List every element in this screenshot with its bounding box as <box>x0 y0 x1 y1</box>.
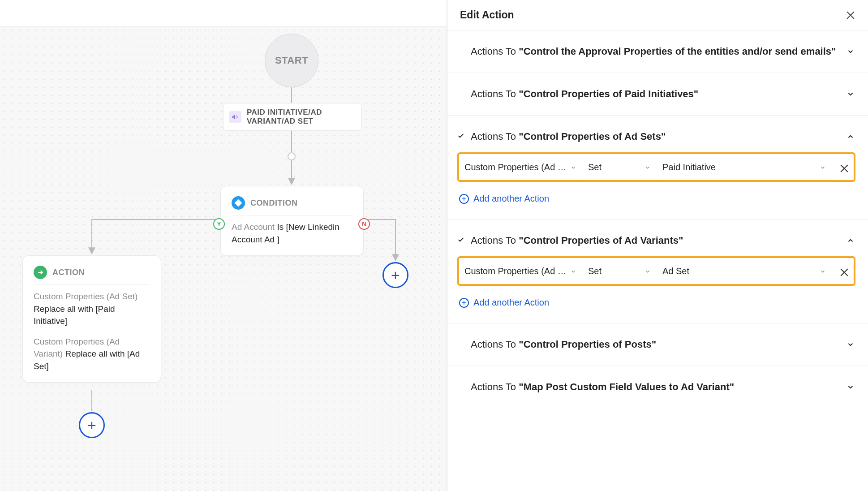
chevron-down-icon <box>643 267 653 276</box>
action-line1-field: Custom Properties (Ad Set) <box>34 292 138 301</box>
check-icon <box>457 236 466 245</box>
chevron-down-icon <box>846 382 855 392</box>
chevron-down-icon <box>846 89 855 99</box>
start-label: START <box>275 55 308 66</box>
chevron-down-icon <box>846 47 855 56</box>
value-select[interactable]: Paid Initiative <box>662 159 829 178</box>
section-paid-initiatives: Actions To "Control Properties of Paid I… <box>447 73 868 116</box>
action-header: ACTION <box>52 268 85 277</box>
chevron-down-icon <box>818 267 828 276</box>
action-node[interactable]: ACTION Custom Properties (Ad Set) Replac… <box>22 255 161 383</box>
section-header-posts[interactable]: Actions To "Control Properties of Posts" <box>449 339 855 350</box>
property-select[interactable]: Custom Properties (Ad … <box>464 159 580 178</box>
arrow-right-icon <box>34 266 47 279</box>
operation-select[interactable]: Set <box>587 159 654 178</box>
section-header-paid-initiatives[interactable]: Actions To "Control Properties of Paid I… <box>449 88 855 100</box>
section-header-ad-sets[interactable]: Actions To "Control Properties of Ad Set… <box>449 131 855 142</box>
chevron-down-icon <box>643 163 653 172</box>
panel-title: Edit Action <box>460 9 514 21</box>
condition-field: Ad Account <box>232 222 275 232</box>
value-select[interactable]: Ad Set <box>662 263 829 282</box>
check-icon <box>457 132 466 141</box>
edit-action-panel: Edit Action Actions To "Control the Appr… <box>447 0 868 491</box>
chevron-up-icon <box>846 236 855 246</box>
condition-node[interactable]: CONDITION Ad Account Is [New Linkedin Ac… <box>220 186 364 256</box>
condition-op: Is <box>277 222 284 232</box>
highlighted-row-ad-variants: Custom Properties (Ad … Set Ad Set <box>457 256 855 286</box>
section-ad-sets: Actions To "Control Properties of Ad Set… <box>447 116 868 220</box>
highlighted-row-ad-sets: Custom Properties (Ad … Set Paid Initiat… <box>457 152 855 182</box>
action-line1-value: Replace all with [Paid Initiative] <box>34 304 115 326</box>
section-header-approval[interactable]: Actions To "Control the Approval Propert… <box>449 46 855 57</box>
megaphone-icon <box>229 111 241 123</box>
trigger-label: PAID INITIATIVE/AD VARIANT/AD SET <box>247 108 345 126</box>
section-header-ad-variants[interactable]: Actions To "Control Properties of Ad Var… <box>449 235 855 246</box>
canvas-toolbar <box>0 0 447 27</box>
section-posts: Actions To "Control Properties of Posts" <box>447 323 868 366</box>
section-ad-variants: Actions To "Control Properties of Ad Var… <box>447 220 868 323</box>
plus-circle-icon: + <box>459 194 469 204</box>
midpoint-handle[interactable] <box>288 152 296 160</box>
section-approval: Actions To "Control the Approval Propert… <box>447 30 868 73</box>
chevron-down-icon <box>568 267 578 276</box>
add-action-button[interactable]: + Add another Action <box>459 194 549 204</box>
plus-circle-icon: + <box>459 298 469 308</box>
close-icon[interactable] <box>846 10 855 20</box>
workflow-canvas[interactable]: START PAID INITIATIVE/AD VARIANT/AD SET … <box>0 0 447 491</box>
add-node-button-no-branch[interactable]: + <box>382 262 408 288</box>
operation-select[interactable]: Set <box>587 263 654 282</box>
remove-row-icon[interactable] <box>839 267 849 277</box>
trigger-node[interactable]: PAID INITIATIVE/AD VARIANT/AD SET <box>223 103 362 131</box>
start-node[interactable]: START <box>265 34 318 87</box>
yes-branch-badge: Y <box>213 218 225 230</box>
chevron-up-icon <box>846 132 855 142</box>
condition-header: CONDITION <box>250 198 298 208</box>
no-branch-badge: N <box>358 218 370 230</box>
diamond-icon <box>232 196 245 210</box>
section-header-map-post[interactable]: Actions To "Map Post Custom Field Values… <box>449 381 855 393</box>
section-map-post: Actions To "Map Post Custom Field Values… <box>447 366 868 408</box>
chevron-down-icon <box>846 340 855 349</box>
add-node-button-after-action[interactable]: + <box>79 412 105 438</box>
chevron-down-icon <box>568 163 578 172</box>
add-action-button[interactable]: + Add another Action <box>459 297 549 308</box>
property-select[interactable]: Custom Properties (Ad … <box>464 263 580 282</box>
remove-row-icon[interactable] <box>839 164 849 173</box>
chevron-down-icon <box>818 163 828 172</box>
